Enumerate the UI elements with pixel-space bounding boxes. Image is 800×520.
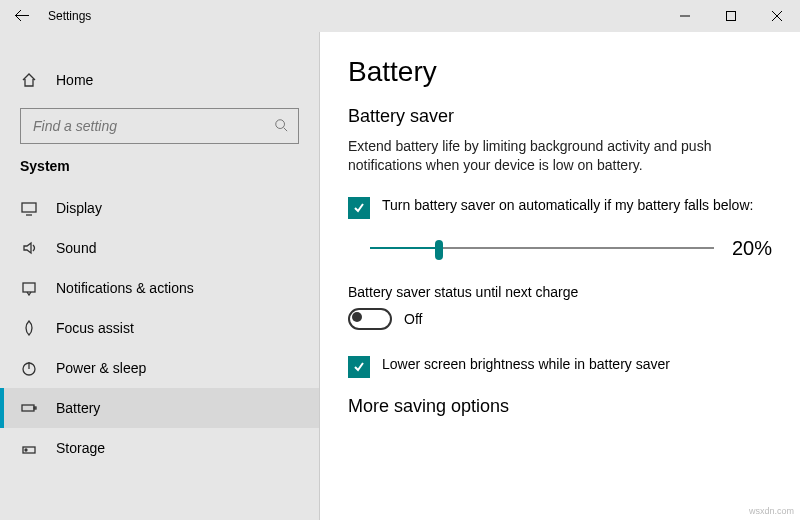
sidebar-item-label: Sound	[56, 240, 96, 256]
search-box[interactable]	[20, 108, 299, 144]
section-heading: Battery saver	[348, 106, 772, 127]
sidebar-item-display[interactable]: Display	[0, 188, 319, 228]
sidebar-item-label: Battery	[56, 400, 100, 416]
page-title: Battery	[348, 56, 772, 88]
sidebar-item-label: Focus assist	[56, 320, 134, 336]
brightness-label: Lower screen brightness while in battery…	[382, 356, 670, 372]
sidebar-category: System	[0, 158, 319, 174]
power-icon	[20, 360, 38, 376]
focus-assist-icon	[20, 320, 38, 336]
minimize-button[interactable]	[662, 0, 708, 32]
notifications-icon	[20, 280, 38, 296]
svg-point-8	[25, 449, 27, 451]
home-icon	[20, 72, 38, 88]
close-button[interactable]	[754, 0, 800, 32]
svg-rect-3	[23, 283, 35, 292]
status-label: Battery saver status until next charge	[348, 284, 772, 300]
sidebar-item-label: Power & sleep	[56, 360, 146, 376]
threshold-value: 20%	[732, 237, 772, 260]
sidebar-item-power-sleep[interactable]: Power & sleep	[0, 348, 319, 388]
svg-point-1	[276, 119, 285, 128]
sidebar-item-sound[interactable]: Sound	[0, 228, 319, 268]
status-toggle[interactable]	[348, 308, 392, 330]
sound-icon	[20, 240, 38, 256]
sidebar-home[interactable]: Home	[0, 60, 319, 100]
auto-saver-label: Turn battery saver on automatically if m…	[382, 197, 753, 213]
sidebar-item-battery[interactable]: Battery	[0, 388, 319, 428]
more-options-heading: More saving options	[348, 396, 772, 417]
display-icon	[20, 200, 38, 216]
watermark: wsxdn.com	[749, 506, 794, 516]
svg-rect-6	[34, 407, 36, 409]
svg-rect-5	[22, 405, 34, 411]
maximize-button[interactable]	[708, 0, 754, 32]
brightness-checkbox[interactable]	[348, 356, 370, 378]
search-icon	[274, 118, 288, 135]
svg-rect-2	[22, 203, 36, 212]
auto-saver-checkbox[interactable]	[348, 197, 370, 219]
sidebar-home-label: Home	[56, 72, 93, 88]
battery-icon	[20, 400, 38, 416]
sidebar-item-focus-assist[interactable]: Focus assist	[0, 308, 319, 348]
status-value: Off	[404, 311, 422, 327]
sidebar-item-label: Storage	[56, 440, 105, 456]
sidebar-item-notifications[interactable]: Notifications & actions	[0, 268, 319, 308]
back-button[interactable]: 🡠	[0, 7, 44, 25]
storage-icon	[20, 440, 38, 456]
window-title: Settings	[44, 9, 91, 23]
section-description: Extend battery life by limiting backgrou…	[348, 137, 768, 175]
svg-rect-0	[727, 12, 736, 21]
sidebar-item-label: Notifications & actions	[56, 280, 194, 296]
threshold-slider[interactable]	[370, 238, 714, 258]
search-input[interactable]	[31, 117, 266, 135]
sidebar-item-storage[interactable]: Storage	[0, 428, 319, 468]
main-panel: Battery Battery saver Extend battery lif…	[320, 32, 800, 520]
sidebar-item-label: Display	[56, 200, 102, 216]
sidebar: Home System Display Sound Notifications …	[0, 32, 320, 520]
titlebar: 🡠 Settings	[0, 0, 800, 32]
